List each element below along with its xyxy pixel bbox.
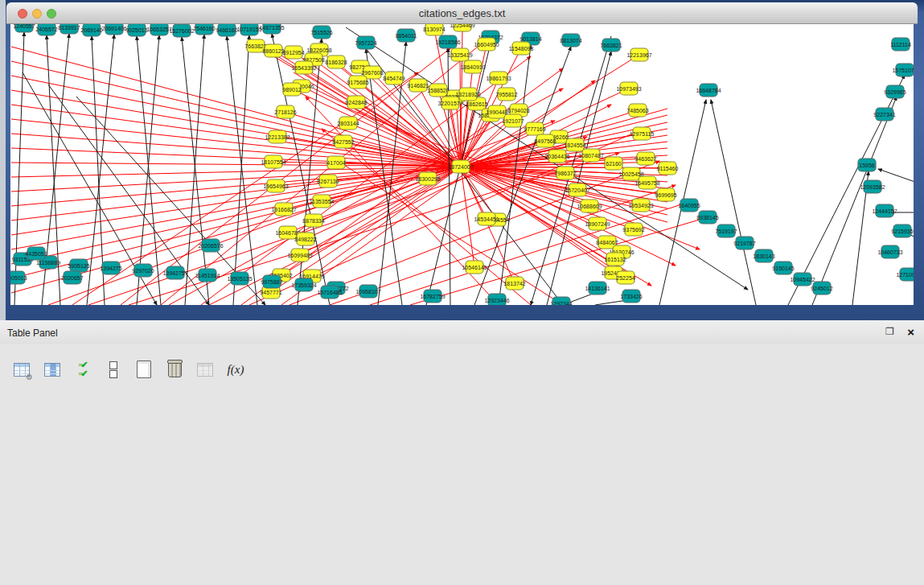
graph-node[interactable]: 989012 [282,83,301,96]
graph-node[interactable]: 15751074 [892,64,914,76]
graph-node[interactable]: 6497568 [534,134,556,147]
graph-node[interactable]: 8186328 [325,56,347,68]
graph-edge[interactable] [460,55,461,167]
graph-node[interactable]: 1830143 [753,249,774,262]
graph-edge[interactable] [878,169,914,185]
graph-node[interactable]: 1615132 [604,253,626,266]
graph-node[interactable]: 16782759 [420,290,445,303]
graph-node[interactable]: 1394275 [100,262,121,274]
graph-node[interactable]: 8878334 [302,214,324,227]
graph-node[interactable]: 1813742 [503,277,525,290]
graph-node[interactable]: 14671355 [259,24,284,34]
graph-node[interactable]: 9175685 [347,76,368,89]
network-canvas[interactable]: 1240557240557281339172069140206914069025… [10,24,914,305]
graph-node[interactable]: 32201577 [437,97,462,109]
graph-node[interactable]: 1112114 [890,38,911,51]
select-all-button[interactable]: ▫✔▫✔ [72,359,93,380]
graph-edge[interactable] [182,37,209,305]
deselect-all-button[interactable] [103,359,124,380]
graph-node[interactable]: 12923446 [484,294,509,305]
function-builder-button[interactable]: f(x) [225,359,246,380]
graph-node[interactable]: 14136141 [585,282,610,295]
graph-node[interactable]: 16648784 [696,84,721,97]
graph-node[interactable]: 9297020 [132,264,154,277]
graph-node[interactable]: 10653257 [146,24,171,35]
network-graph[interactable]: 1240557240557281339172069140206914069025… [10,24,914,305]
table-mode-button[interactable]: ⚙ [11,359,32,380]
graph-node[interactable]: 19861793 [486,72,511,84]
graph-node[interactable]: 9227341 [873,108,895,121]
graph-node[interactable]: 7515526 [310,26,332,39]
graph-node[interactable]: 20206576 [198,239,223,252]
graph-node[interactable]: 8912954 [282,46,304,59]
graph-node[interactable]: 10719155 [236,24,261,35]
graph-edge[interactable] [812,97,897,305]
graph-node[interactable]: 10807487 [578,149,603,162]
graph-node[interactable]: 11451914 [195,269,220,282]
graph-node[interactable]: 18300295 [415,172,440,185]
graph-node[interactable]: 9115460 [657,162,679,175]
graph-node[interactable]: 19534923 [628,199,653,212]
graph-node[interactable]: 7957224 [355,36,376,49]
graph-node[interactable]: 1240557 [13,24,35,32]
graph-node[interactable]: 9466160 [216,24,237,36]
graph-node[interactable]: 10460733 [877,245,902,258]
graph-node[interactable]: 7546160 [193,24,215,35]
graph-node[interactable]: 8498222 [294,233,316,245]
graph-node[interactable]: 7519197 [715,225,737,237]
graph-node[interactable]: 9975887 [261,275,282,288]
delete-column-button[interactable] [164,359,185,380]
graph-node[interactable]: 16495758 [634,176,659,189]
graph-node[interactable]: 10945422 [790,273,815,286]
graph-hub-node[interactable]: 18724007 [448,160,473,173]
graph-node[interactable]: 1292344 [550,297,572,305]
graph-node[interactable]: 20691406 [101,24,126,35]
graph-node[interactable]: 7905013 [10,271,27,284]
graph-node[interactable]: 8427552 [332,135,354,148]
graph-node[interactable]: 252254 [616,271,634,284]
graph-node[interactable]: 9146821 [407,79,429,92]
graph-node[interactable]: 13942757 [162,266,187,279]
graph-node[interactable]: 7986372 [554,167,576,179]
graph-node[interactable]: 8454749 [383,72,405,84]
graph-edge[interactable] [711,100,756,305]
graph-node[interactable]: 10546145 [462,261,487,274]
graph-node[interactable]: 9219787 [733,237,755,249]
graph-node[interactable]: 8133917 [58,24,80,34]
graph-edge[interactable] [233,35,249,305]
graph-node[interactable]: 10958107 [355,285,380,298]
graph-node[interactable]: 2069140 [80,24,102,36]
graph-node[interactable]: 62160 [605,157,622,170]
graph-node[interactable]: 12710005 [896,268,914,281]
graph-edge[interactable] [277,137,461,167]
graph-node[interactable]: 19166827 [271,203,296,216]
graph-node[interactable]: 18107554 [261,155,285,168]
graph-node[interactable]: 15720407 [565,183,589,196]
graph-node[interactable]: 9245012 [811,282,832,295]
graph-node[interactable]: 12213967 [626,48,651,61]
graph-node[interactable]: 9375692 [622,223,644,236]
graph-node[interactable]: 15276002 [169,24,194,37]
graph-node[interactable]: 12254469 [450,24,474,31]
graph-node[interactable]: 5905135 [68,259,89,272]
graph-node[interactable]: 17359324 [291,278,316,291]
graph-node[interactable]: 9463627 [634,152,656,165]
graph-edge[interactable] [281,80,595,305]
graph-node[interactable]: 1824554 [564,138,585,151]
graph-node[interactable]: 1921077 [502,114,524,127]
graph-node[interactable]: 8860123 [262,44,284,57]
graph-node[interactable]: 8130974 [423,24,445,35]
graph-node[interactable]: 16604950 [474,38,499,51]
graph-node[interactable]: 1640955 [678,199,700,212]
graph-node[interactable]: 15958 [858,159,876,171]
graph-node[interactable]: 8854011 [396,29,417,42]
graph-node[interactable]: 19218586 [435,35,460,48]
graph-node[interactable]: 10973493 [616,82,641,95]
graph-node[interactable]: 8938145 [696,211,718,224]
graph-node[interactable]: 12213382 [265,130,290,143]
graph-node[interactable]: 12093582 [860,180,885,193]
graph-node[interactable]: 18640910 [460,60,485,73]
graph-node[interactable]: 9777169 [524,122,545,135]
graph-node[interactable]: 16099489 [287,249,312,262]
graph-node[interactable]: 13505135 [227,272,252,285]
